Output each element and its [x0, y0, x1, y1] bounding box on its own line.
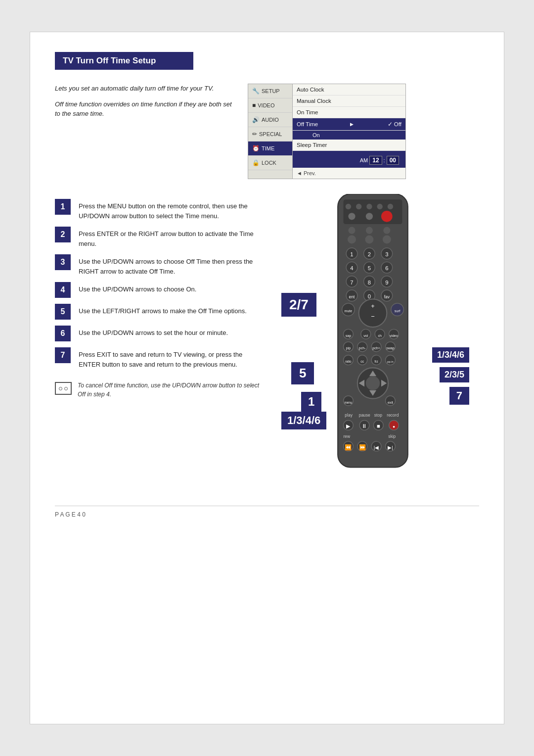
autoclock-label: Auto Clock	[297, 87, 324, 93]
svg-point-76	[366, 376, 380, 390]
svg-text:swap: swap	[386, 346, 395, 350]
menu-panel-inner: 🔧 SETUP ■ VIDEO 🔊 AUDIO ✏ SPECIAL	[248, 84, 405, 179]
svg-text:video: video	[390, 334, 398, 338]
svg-text:vol: vol	[363, 334, 368, 338]
page-title: TV Turn Off Time Setup	[63, 56, 185, 66]
svg-text:record: record	[387, 413, 399, 418]
svg-text:▶: ▶	[346, 423, 351, 429]
step-badge-1: 1	[301, 392, 321, 412]
sidebar-item-time[interactable]: ⏰ TIME	[248, 142, 292, 156]
step-number-5: 5	[55, 304, 71, 320]
svg-text:▶|: ▶|	[388, 445, 393, 450]
step-number-3: 3	[55, 254, 71, 270]
svg-text:pch+: pch+	[372, 346, 380, 350]
svg-point-11	[366, 227, 373, 234]
step-text-6: Use the UP/DOWN arrows to set the hour o…	[79, 326, 262, 338]
time-min-box[interactable]: 00	[387, 156, 399, 165]
svg-point-13	[348, 236, 356, 244]
svg-point-12	[383, 227, 390, 234]
manualclock-label: Manual Clock	[297, 98, 331, 104]
bottom-section: 1 Press the MENU button on the remote co…	[55, 194, 479, 491]
svg-text:rew: rew	[344, 434, 351, 439]
step-row-3: 3 Use the UP/DOWN arrows to choose Off T…	[55, 254, 262, 276]
audio-icon: 🔊	[252, 116, 260, 123]
svg-text:⏩: ⏩	[359, 444, 366, 451]
svg-text:fav: fav	[384, 294, 390, 299]
sidebar-item-video[interactable]: ■ VIDEO	[248, 98, 292, 113]
sidebar-item-special[interactable]: ✏ SPECIAL	[248, 127, 292, 142]
page-footer: P A G E 4 0	[55, 506, 479, 518]
lock-icon: 🔒	[252, 159, 260, 166]
sidebar-special-label: SPECIAL	[259, 131, 282, 137]
sidebar-item-setup[interactable]: 🔧 SETUP	[248, 84, 292, 98]
svg-text:mute: mute	[345, 309, 353, 313]
step-text-4: Use the UP/DOWN arrows to choose On.	[79, 282, 262, 294]
svg-point-5	[377, 204, 382, 209]
sidebar-setup-label: SETUP	[262, 88, 280, 94]
svg-text:1: 1	[350, 251, 353, 257]
sidebar-time-label: TIME	[262, 145, 274, 151]
svg-text:8: 8	[368, 280, 371, 285]
step-row-2: 2 Press ENTER or the RIGHT arrow button …	[55, 227, 262, 248]
steps-list: 1 Press the MENU button on the remote co…	[55, 199, 262, 369]
note-box: To cancel Off time function, use the UP/…	[55, 377, 262, 403]
ontime-label: On Time	[297, 109, 318, 115]
svg-point-15	[383, 236, 391, 244]
svg-text:|◀: |◀	[374, 445, 379, 450]
svg-text:9: 9	[385, 280, 388, 285]
step-row-6: 6 Use the UP/DOWN arrows to set the hour…	[55, 326, 262, 341]
note-dot-1	[59, 387, 62, 390]
svg-point-2	[346, 204, 351, 209]
offtime-sub: ✓ Off	[388, 121, 401, 128]
svg-text:menu: menu	[344, 401, 352, 404]
svg-text:ratio: ratio	[345, 360, 352, 363]
svg-point-8	[366, 213, 373, 220]
sidebar-audio-label: AUDIO	[262, 117, 279, 123]
step-text-3: Use the UP/DOWN arrows to choose Off Tim…	[79, 254, 262, 276]
menu-content: Auto Clock Manual Clock On Time Off Time…	[293, 84, 405, 179]
prev-row[interactable]: ◄ Prev.	[293, 168, 405, 179]
svg-text:skip: skip	[388, 434, 396, 439]
svg-text:frz: frz	[375, 360, 378, 363]
svg-text:stop: stop	[374, 413, 382, 418]
step-row-4: 4 Use the UP/DOWN arrows to choose On.	[55, 282, 262, 298]
step-number-6: 6	[55, 326, 71, 341]
svg-text:cc: cc	[360, 360, 364, 364]
page-title-bar: TV Turn Off Time Setup	[55, 52, 193, 70]
svg-point-6	[388, 204, 393, 209]
page-container: TV Turn Off Time Setup Lets you set an a…	[30, 32, 504, 724]
sidebar-item-audio[interactable]: 🔊 AUDIO	[248, 113, 292, 127]
time-hour-box[interactable]: 12	[369, 156, 382, 165]
remote-area: 2/7 5 1 1/3/4/6 1/3/4/6	[271, 194, 479, 491]
svg-text:ch: ch	[378, 334, 382, 338]
svg-point-9	[381, 211, 393, 222]
svg-text:pch-: pch-	[359, 346, 366, 350]
svg-text:■: ■	[377, 423, 380, 429]
steps-section: 1 Press the MENU button on the remote co…	[55, 194, 262, 491]
note-icon	[55, 382, 72, 395]
step-row-1: 1 Press the MENU button on the remote co…	[55, 199, 262, 221]
sidebar-item-lock[interactable]: 🔒 LOCK	[248, 156, 292, 170]
remote-container: 2/7 5 1 1/3/4/6 1/3/4/6	[281, 194, 469, 491]
svg-text:pip: pip	[346, 346, 351, 350]
note-text: To cancel Off time function, use the UP/…	[78, 381, 262, 399]
menu-row-ontime[interactable]: On Time	[293, 107, 405, 118]
video-icon: ■	[252, 102, 256, 109]
offtime-on-label: On	[312, 132, 320, 138]
offtime-label: Off Time	[297, 121, 318, 127]
step-row-5: 5 Use the LEFT/RIGHT arrows to make the …	[55, 304, 262, 320]
svg-text:surf: surf	[395, 309, 400, 313]
menu-row-sleep[interactable]: Sleep Timer	[293, 140, 405, 151]
time-display: AM 12 : 00	[357, 155, 401, 166]
svg-rect-1	[344, 199, 402, 224]
step-badge-5: 5	[291, 362, 314, 384]
step-row-7: 7 Press EXIT to save and return to TV vi…	[55, 347, 262, 369]
description-para2: Off time function overrides on time func…	[55, 99, 233, 119]
description-para1: Lets you set an automatic daily turn off…	[55, 84, 233, 94]
page-number: P A G E 4 0	[55, 511, 86, 518]
menu-row-manualclock[interactable]: Manual Clock	[293, 95, 405, 107]
svg-point-3	[356, 204, 361, 209]
menu-row-autoclock[interactable]: Auto Clock	[293, 84, 405, 95]
menu-row-offtime[interactable]: Off Time ► ✓ Off	[293, 118, 405, 131]
step-number-4: 4	[55, 282, 71, 298]
